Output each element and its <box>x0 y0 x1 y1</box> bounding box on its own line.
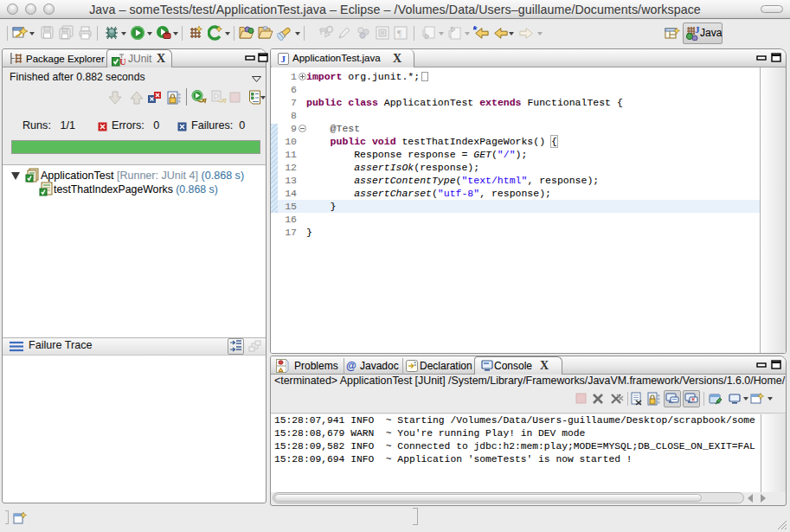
svg-text:U: U <box>119 56 125 67</box>
svg-text:¶: ¶ <box>397 28 401 38</box>
svg-text:J: J <box>281 54 286 64</box>
svg-text:*: * <box>473 25 478 36</box>
